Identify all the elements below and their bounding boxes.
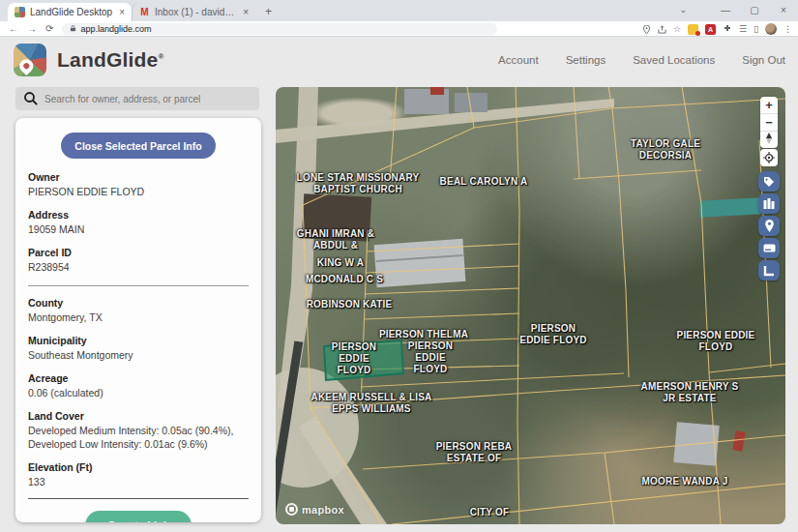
pin-icon: [764, 220, 775, 232]
tab-landglide[interactable]: LandGlide Desktop ×: [8, 3, 132, 21]
parcel-label: PIERSON REBA ESTATE OF: [429, 441, 520, 464]
bookmark-star-icon[interactable]: ☆: [673, 22, 681, 36]
brand-name: LandGlide®: [57, 48, 164, 72]
tag-icon: [763, 176, 775, 188]
county-link-button[interactable]: County Link: [85, 511, 192, 522]
minimize-button[interactable]: —: [711, 0, 740, 21]
parcel-label: AMERSON HENRY S JR ESTATE: [635, 381, 744, 404]
zoom-out-button[interactable]: −: [760, 114, 778, 131]
field-value: Developed Medium Intensity: 0.05ac (90.4…: [28, 424, 249, 451]
address-bar[interactable]: app.landglide.com: [62, 23, 497, 35]
parcel-info-panel: Close Selected Parcel Info Owner PIERSON…: [15, 118, 261, 522]
tab-gmail[interactable]: M Inbox (1) - david@davidmdunn.c ×: [132, 3, 255, 21]
field-label: Acreage: [28, 372, 249, 384]
field-label: Owner: [28, 171, 249, 183]
parcel-labels-toggle-button[interactable]: [758, 171, 780, 192]
geolocate-button[interactable]: [760, 149, 778, 166]
mapbox-attribution[interactable]: mapbox: [285, 503, 344, 516]
tab-close-icon[interactable]: ×: [243, 7, 249, 17]
card-info-button[interactable]: [758, 238, 780, 258]
close-parcel-info-button[interactable]: Close Selected Parcel Info: [61, 133, 216, 159]
field-land-cover: Land Cover Developed Medium Intensity: 0…: [28, 410, 249, 451]
extensions-puzzle-icon[interactable]: [723, 24, 732, 34]
field-label: Parcel ID: [28, 247, 249, 258]
selected-parcel-shape: [324, 340, 403, 380]
field-label: Land Cover: [28, 410, 249, 422]
parcel-label: BEAL CAROLYN A: [426, 176, 542, 188]
back-icon[interactable]: ←: [9, 21, 18, 37]
parcel-label: AKEEM RUSSELL & LISA EPPS WILLIAMS: [309, 392, 434, 415]
field-value: 0.06 (calculated): [28, 386, 249, 399]
mapbox-logo-icon: [285, 503, 298, 516]
map-pin-icon: [16, 56, 36, 75]
app-header: LandGlide® Account Settings Saved Locati…: [0, 38, 798, 82]
tab-search-chevron-icon[interactable]: ⌄: [679, 0, 687, 19]
field-parcel-id: Parcel ID R238954: [28, 247, 249, 274]
parcel-label: CITY OF: [456, 507, 523, 518]
field-value: Southeast Montgomery: [28, 348, 249, 362]
measure-button[interactable]: [758, 260, 780, 281]
layers-button[interactable]: [758, 193, 780, 214]
geolocate-icon: [763, 152, 775, 163]
tab-close-icon[interactable]: ×: [119, 7, 125, 17]
field-label: Elevation (Ft): [28, 461, 249, 473]
registered-mark: ®: [158, 52, 163, 61]
gmail-favicon-icon: M: [139, 7, 150, 17]
map-overlay-graphics: [276, 87, 785, 524]
maximize-button[interactable]: ▢: [740, 0, 769, 21]
field-county: County Montgomery, TX: [28, 297, 249, 324]
browser-menu-icon[interactable]: ⋮: [783, 22, 792, 36]
share-icon[interactable]: [658, 25, 666, 34]
parcel-label: PIERSON THELMA: [370, 329, 477, 340]
parcel-label: PIERSON EDDIE FLOYD: [676, 330, 755, 353]
profile-avatar[interactable]: [765, 23, 777, 35]
parcel-map[interactable]: TAYLOR GALE DECORSIA LONE STAR MISSIONAR…: [276, 87, 785, 524]
field-elevation: Elevation (Ft) 133: [28, 461, 249, 488]
side-panel-icon[interactable]: ▯: [754, 22, 758, 36]
parcel-scroll-area[interactable]: County Montgomery, TX Municipality South…: [28, 286, 249, 499]
tab-title: LandGlide Desktop: [30, 7, 114, 17]
parcel-label: KING W A: [307, 257, 374, 269]
card-icon: [763, 244, 776, 252]
adobe-pdf-extension-icon[interactable]: A: [705, 24, 716, 35]
zoom-in-button[interactable]: +: [760, 97, 778, 113]
drop-pin-button[interactable]: [758, 216, 780, 236]
parcel-label: MOORE WANDA J: [627, 476, 743, 488]
ruler-corner-icon: [763, 265, 775, 277]
reading-list-icon[interactable]: ☰: [739, 22, 747, 36]
search-icon: [23, 91, 39, 106]
nav-sign-out[interactable]: Sign Out: [742, 54, 785, 66]
toolbar-right-icons: ☆ A ☰ ▯ ⋮: [642, 21, 792, 37]
parcel-label: PIERSON EDDIE FLOYD: [399, 340, 461, 374]
parcel-top-fields: Owner PIERSON EDDIE FLOYD Address 19059 …: [15, 159, 261, 275]
compass-needle-icon: [764, 133, 774, 144]
location-pin-icon[interactable]: [642, 25, 651, 34]
parcel-label: GHANI IMRAN & ABDUL &: [294, 228, 377, 251]
compass-button[interactable]: [760, 132, 778, 148]
field-value: PIERSON EDDIE FLOYD: [28, 185, 249, 198]
buildings-icon: [763, 198, 775, 209]
nav-saved-locations[interactable]: Saved Locations: [633, 54, 715, 66]
top-nav: Account Settings Saved Locations Sign Ou…: [498, 38, 785, 82]
application-window: LandGlide Desktop × M Inbox (1) - david@…: [0, 0, 798, 532]
field-municipality: Municipality Southeast Montgomery: [28, 335, 249, 362]
field-value: R238954: [28, 260, 249, 274]
forward-icon[interactable]: →: [27, 21, 37, 37]
field-acreage: Acreage 0.06 (calculated): [28, 372, 249, 399]
zoom-control-group: + −: [760, 97, 778, 148]
tab-title: Inbox (1) - david@davidmdunn.c: [155, 7, 238, 17]
field-label: Address: [28, 209, 249, 221]
field-value: 19059 MAIN: [28, 222, 249, 236]
extension-badge-icon[interactable]: [688, 24, 698, 35]
parcel-label: LONE STAR MISSIONARY BAPTIST CHURCH: [289, 172, 427, 195]
new-tab-button[interactable]: +: [265, 5, 272, 21]
reload-icon[interactable]: ⟳: [45, 21, 53, 37]
search-input[interactable]: [15, 87, 259, 110]
url-text: app.landglide.com: [80, 24, 151, 34]
parcel-label: ROBINSON KATIE: [299, 299, 400, 310]
nav-account[interactable]: Account: [498, 54, 539, 66]
landglide-favicon-icon: [15, 7, 25, 17]
nav-settings[interactable]: Settings: [566, 54, 606, 66]
window-close-button[interactable]: ×: [769, 0, 798, 21]
field-owner: Owner PIERSON EDDIE FLOYD: [28, 171, 249, 198]
